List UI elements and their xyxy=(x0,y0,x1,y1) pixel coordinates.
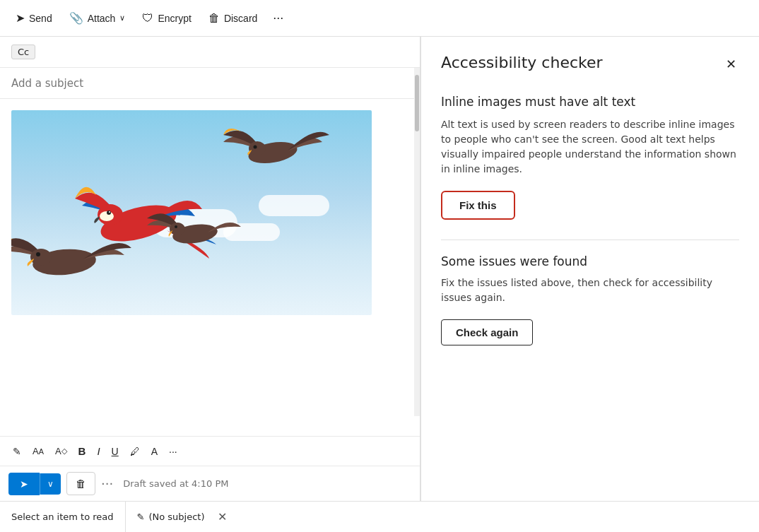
email-body-area[interactable] xyxy=(0,99,420,436)
draft-dots: ··· xyxy=(101,476,113,491)
more-options-button[interactable]: ··· xyxy=(267,6,289,30)
action-bar: ➤ ∨ 🗑 ··· Draft saved at 4:10 PM xyxy=(0,466,420,501)
discard-label: Discard xyxy=(224,13,257,24)
send-button[interactable]: ➤ Send xyxy=(8,7,59,29)
more-dots-icon: ··· xyxy=(273,11,283,25)
send-dropdown-button[interactable]: ∨ xyxy=(40,473,61,495)
svg-point-4 xyxy=(109,211,110,213)
encrypt-label: Encrypt xyxy=(158,13,191,24)
discard-button[interactable]: 🗑 Discard xyxy=(201,8,264,29)
send-arrow-icon: ➤ xyxy=(20,478,28,490)
svg-point-9 xyxy=(30,249,52,266)
cc-button[interactable]: Cc xyxy=(11,45,35,59)
italic-button[interactable]: I xyxy=(93,442,104,460)
font-style-button[interactable]: A◇ xyxy=(51,443,71,459)
issue-heading: Inline images must have alt text xyxy=(441,95,739,109)
encrypt-icon: 🛡 xyxy=(142,12,153,25)
pencil-icon: ✎ xyxy=(137,512,145,522)
attach-icon: 📎 xyxy=(69,11,83,25)
compose-panel: Cc xyxy=(0,37,420,501)
draft-status-text: Draft saved at 4:10 PM xyxy=(123,478,228,489)
status-read-item[interactable]: Select an item to read xyxy=(0,502,126,532)
delete-icon: 🗑 xyxy=(76,478,86,490)
checker-panel: Accessibility checker ✕ Inline images mu… xyxy=(420,37,759,501)
status-close-icon: ✕ xyxy=(218,510,227,524)
compose-scrollbar-thumb[interactable] xyxy=(415,75,419,131)
delete-draft-button[interactable]: 🗑 xyxy=(66,472,95,495)
check-again-button[interactable]: Check again xyxy=(441,319,533,345)
send-action-button[interactable]: ➤ xyxy=(8,473,40,495)
attach-label: Attach xyxy=(88,13,116,24)
checker-title: Accessibility checker xyxy=(441,54,603,71)
font-color-button[interactable]: A xyxy=(147,443,162,460)
inline-image xyxy=(11,110,372,315)
send-dropdown-chevron-icon: ∨ xyxy=(47,479,54,489)
send-btn-group: ➤ ∨ xyxy=(8,473,61,495)
svg-point-2 xyxy=(100,211,114,221)
svg-point-3 xyxy=(107,211,111,215)
section-divider xyxy=(441,240,739,240)
encrypt-button[interactable]: 🛡 Encrypt xyxy=(135,8,198,29)
no-subject-label: (No subject) xyxy=(148,512,204,522)
more-format-button[interactable]: ··· xyxy=(165,443,182,460)
discard-icon: 🗑 xyxy=(208,12,220,25)
svg-point-12 xyxy=(170,223,185,235)
compose-toolbar: ➤ Send 📎 Attach ∨ 🛡 Encrypt 🗑 Discard ··… xyxy=(0,0,759,37)
checker-close-button[interactable]: ✕ xyxy=(723,54,739,75)
svg-point-6 xyxy=(249,141,266,155)
svg-point-7 xyxy=(254,146,257,149)
subject-row xyxy=(0,68,420,99)
svg-point-10 xyxy=(36,252,40,256)
font-size-button[interactable]: AA xyxy=(28,443,48,459)
underline-button[interactable]: U xyxy=(107,443,123,460)
send-label: Send xyxy=(29,13,52,24)
status-close-button[interactable]: ✕ xyxy=(209,502,235,532)
cc-row: Cc xyxy=(0,37,420,68)
checker-header: Accessibility checker ✕ xyxy=(441,54,739,75)
main-area: Cc xyxy=(0,37,759,501)
compose-scrollbar[interactable] xyxy=(414,68,420,416)
summary-text: Fix the issues listed above, then check … xyxy=(441,276,739,305)
attach-button[interactable]: 📎 Attach ∨ xyxy=(62,7,133,29)
highlight-button[interactable]: 🖊 xyxy=(126,443,144,460)
clear-format-button[interactable]: ✎ xyxy=(8,443,25,460)
close-icon: ✕ xyxy=(726,57,736,71)
send-icon: ➤ xyxy=(16,11,25,25)
summary-heading: Some issues were found xyxy=(441,254,739,268)
svg-point-13 xyxy=(175,225,177,228)
bold-button[interactable]: B xyxy=(74,442,90,460)
status-no-subject-item[interactable]: ✎ (No subject) ✕ xyxy=(126,502,247,532)
subject-input[interactable] xyxy=(11,77,408,90)
issue-description: Alt text is used by screen readers to de… xyxy=(441,117,739,177)
birds-svg xyxy=(11,110,372,315)
status-read-label: Select an item to read xyxy=(11,512,114,522)
status-bar: Select an item to read ✎ (No subject) ✕ xyxy=(0,501,759,532)
format-toolbar: ✎ AA A◇ B I U 🖊 A ··· xyxy=(0,436,420,466)
fix-this-button[interactable]: Fix this xyxy=(441,191,515,220)
attach-chevron-icon: ∨ xyxy=(119,13,125,23)
